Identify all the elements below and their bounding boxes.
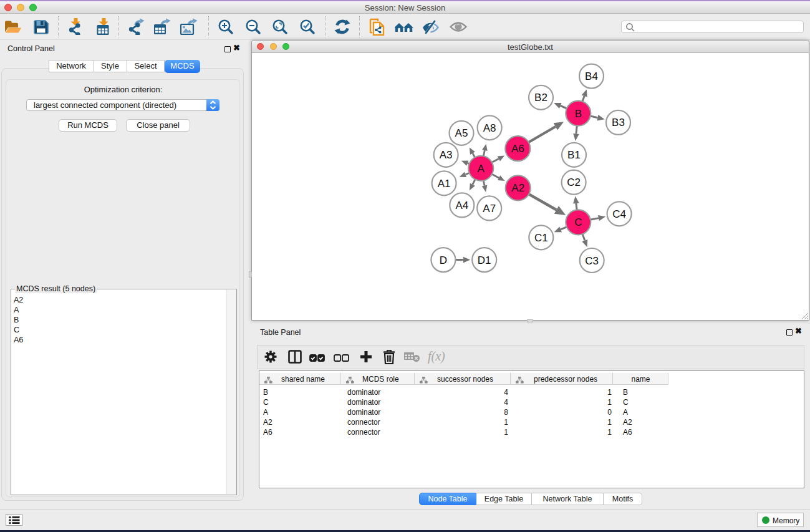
- svg-text:C1: C1: [534, 231, 547, 243]
- svg-text:A3: A3: [439, 149, 452, 161]
- svg-text:A2: A2: [511, 182, 524, 194]
- svg-text:A7: A7: [483, 202, 496, 214]
- svg-text:C3: C3: [585, 254, 599, 266]
- svg-text:B3: B3: [612, 117, 625, 128]
- svg-text:B1: B1: [567, 149, 581, 161]
- svg-text:A8: A8: [483, 122, 496, 133]
- svg-text:B2: B2: [534, 92, 547, 104]
- svg-text:A4: A4: [455, 199, 468, 211]
- svg-text:D: D: [439, 254, 446, 266]
- svg-text:A: A: [477, 162, 485, 174]
- svg-text:A1: A1: [437, 177, 450, 189]
- svg-text:B: B: [574, 107, 581, 119]
- svg-text:D1: D1: [477, 254, 491, 266]
- svg-text:C2: C2: [567, 177, 581, 188]
- svg-text:C4: C4: [612, 208, 626, 220]
- svg-text:C: C: [574, 216, 582, 228]
- svg-text:A5: A5: [455, 127, 468, 139]
- svg-text:A6: A6: [511, 143, 524, 155]
- svg-text:B4: B4: [585, 70, 598, 82]
